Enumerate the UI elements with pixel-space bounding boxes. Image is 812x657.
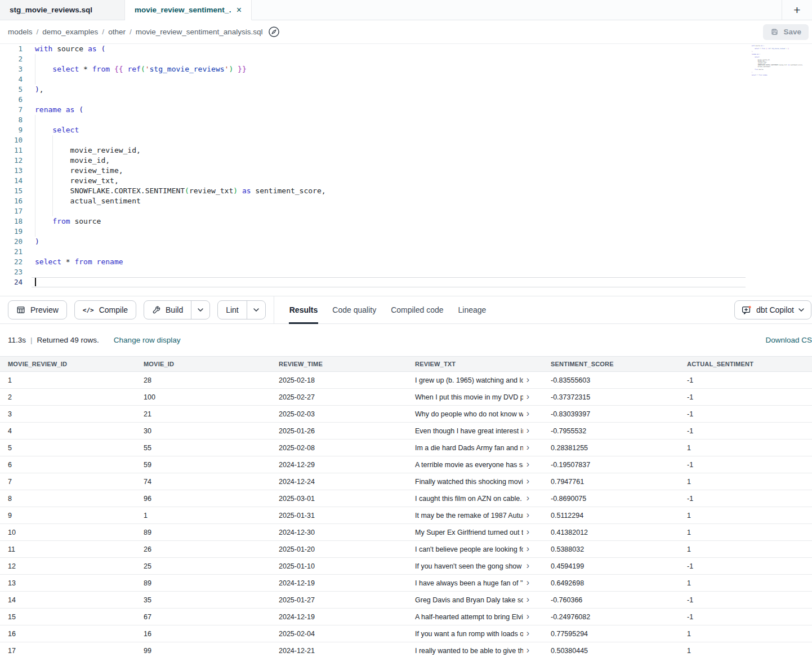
expand-row-icon[interactable]: › xyxy=(527,579,529,587)
code-line[interactable]: 12 movie_id, xyxy=(0,156,812,166)
breadcrumb-part[interactable]: movie_review_sentiment_analysis.sql xyxy=(136,28,263,36)
code-line[interactable]: 18 from source xyxy=(0,216,812,227)
expand-row-icon[interactable]: › xyxy=(527,646,529,655)
line-number: 12 xyxy=(0,156,23,166)
cell-actual_sentiment: 1 xyxy=(679,630,812,638)
code-text: from source xyxy=(35,216,101,227)
code-line[interactable]: 16 actual_sentiment xyxy=(0,196,812,206)
code-line[interactable]: 9 select xyxy=(0,125,812,135)
close-tab-icon[interactable]: × xyxy=(231,5,242,15)
code-line[interactable]: 1with source as ( xyxy=(0,44,812,54)
code-line[interactable]: 8 xyxy=(0,115,812,125)
indent-guide xyxy=(35,166,35,176)
code-line[interactable]: 4 xyxy=(0,74,812,85)
line-number: 14 xyxy=(0,176,23,186)
indent-guide xyxy=(35,135,35,145)
code-line[interactable]: 24 xyxy=(0,277,812,287)
cell-actual_sentiment: -1 xyxy=(679,427,812,435)
cell-review_time: 2024-12-19 xyxy=(271,613,407,621)
new-tab-button[interactable]: + xyxy=(782,0,812,20)
expand-row-icon[interactable]: › xyxy=(527,443,529,452)
code-line[interactable]: 7rename as ( xyxy=(0,105,812,115)
result-tab-results[interactable]: Results xyxy=(282,296,325,323)
change-row-display-link[interactable]: Change row display xyxy=(114,336,181,344)
expand-row-icon[interactable]: › xyxy=(527,545,529,553)
code-line[interactable]: 13 review_time, xyxy=(0,166,812,176)
cell-actual_sentiment: 1 xyxy=(679,529,812,536)
cell-sentiment_score: 0.28381255 xyxy=(543,444,679,452)
expand-row-icon[interactable]: › xyxy=(527,477,529,486)
cell-movie_id: 25 xyxy=(136,562,271,570)
compile-button[interactable]: </> Compile xyxy=(74,300,136,319)
cell-sentiment_score: -0.83039397 xyxy=(543,410,679,418)
code-line[interactable]: 20) xyxy=(0,237,812,247)
indent-guide xyxy=(35,176,35,186)
results-table: MOVIE_REVIEW_IDMOVIE_IDREVIEW_TIMEREVIEW… xyxy=(0,356,812,657)
lint-button[interactable]: Lint xyxy=(217,300,266,319)
cell-review_txt: A half-hearted attempt to bring Elvis P…… xyxy=(407,612,543,622)
line-number: 23 xyxy=(0,267,23,277)
expand-row-icon[interactable]: › xyxy=(527,562,529,570)
expand-row-icon[interactable]: › xyxy=(527,511,529,520)
result-tab-lineage[interactable]: Lineage xyxy=(451,296,494,323)
cell-movie_id: 99 xyxy=(136,647,271,655)
expand-row-icon[interactable]: › xyxy=(527,376,529,384)
expand-row-icon[interactable]: › xyxy=(527,629,529,638)
code-line[interactable]: 3 select * from {{ ref('stg_movie_review… xyxy=(0,64,812,74)
line-number: 8 xyxy=(0,115,23,125)
code-line[interactable]: 21 xyxy=(0,247,812,257)
breadcrumb-part[interactable]: other xyxy=(108,28,126,36)
indent-guide xyxy=(35,216,35,227)
code-line[interactable]: 2 xyxy=(0,54,812,64)
table-row: 12252025-01-10If you haven't seen the go… xyxy=(0,558,812,575)
expand-row-icon[interactable]: › xyxy=(527,612,529,621)
build-button[interactable]: Build xyxy=(144,300,210,319)
expand-row-icon[interactable]: › xyxy=(527,427,529,435)
cell-actual_sentiment: -1 xyxy=(679,596,812,604)
breadcrumb-part[interactable]: models xyxy=(8,28,33,36)
breadcrumb-part[interactable]: demo_examples xyxy=(42,28,98,36)
expand-row-icon[interactable]: › xyxy=(527,410,529,418)
save-button[interactable]: Save xyxy=(763,24,809,40)
code-line[interactable]: 23 xyxy=(0,267,812,277)
expand-row-icon[interactable]: › xyxy=(527,460,529,469)
code-line[interactable]: 22select * from rename xyxy=(0,257,812,267)
result-tab-compiled-code[interactable]: Compiled code xyxy=(383,296,450,323)
expand-row-icon[interactable]: › xyxy=(527,528,529,536)
compass-icon[interactable] xyxy=(268,26,280,38)
expand-row-icon[interactable]: › xyxy=(527,596,529,604)
chevron-down-icon xyxy=(798,308,804,312)
code-editor[interactable]: 1with source as (23 select * from {{ ref… xyxy=(0,44,812,296)
cell-movie_review_id: 17 xyxy=(0,647,136,655)
save-button-label: Save xyxy=(783,28,801,36)
code-line[interactable]: 19 xyxy=(0,227,812,237)
build-dropdown-chevron[interactable] xyxy=(191,301,209,319)
expand-row-icon[interactable]: › xyxy=(527,494,529,503)
code-line[interactable]: 17 xyxy=(0,206,812,216)
code-line[interactable]: 15 SNOWFLAKE.CORTEX.SENTIMENT(review_txt… xyxy=(0,186,812,196)
expand-row-icon[interactable]: › xyxy=(527,393,529,401)
meta-separator: | xyxy=(30,336,33,344)
file-tab-movie-review-sentiment[interactable]: movie_review_sentiment_… × xyxy=(125,0,252,20)
cell-review_time: 2024-12-19 xyxy=(271,579,407,587)
code-icon: </> xyxy=(83,307,94,314)
toolbar-divider xyxy=(274,296,274,323)
result-tab-code-quality[interactable]: Code quality xyxy=(325,296,383,323)
lint-dropdown-chevron[interactable] xyxy=(247,301,265,319)
code-line[interactable]: 6 xyxy=(0,95,812,105)
code-line[interactable]: 11 movie_review_id, xyxy=(0,145,812,156)
dbt-copilot-button[interactable]: dbt Copilot xyxy=(734,300,811,319)
cell-review_time: 2025-01-26 xyxy=(271,427,407,435)
cell-movie_id: 26 xyxy=(136,545,271,553)
minimap[interactable]: with source as ( select * from {{ ref('s… xyxy=(752,46,803,79)
cell-review_time: 2025-02-04 xyxy=(271,630,407,638)
preview-button[interactable]: Preview xyxy=(8,300,67,319)
code-line[interactable]: 14 review_txt, xyxy=(0,176,812,186)
code-line[interactable]: 5), xyxy=(0,85,812,95)
download-csv-link[interactable]: Download CSV xyxy=(765,336,812,344)
code-line[interactable]: 10 xyxy=(0,135,812,145)
cell-sentiment_score: -0.7955532 xyxy=(543,427,679,435)
cell-movie_id: 59 xyxy=(136,461,271,469)
file-tab-stg-movie-reviews[interactable]: stg_movie_reviews.sql xyxy=(0,0,125,20)
cell-sentiment_score: 0.5388032 xyxy=(543,545,679,553)
